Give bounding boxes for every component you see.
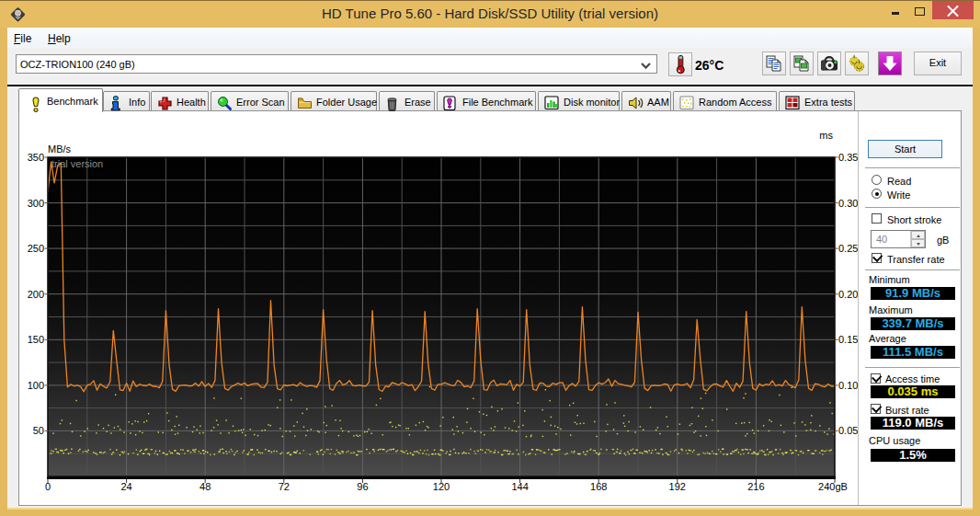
svg-text:0.20: 0.20 [838,289,858,300]
svg-text:240gB: 240gB [818,481,848,492]
svg-text:ms: ms [819,130,833,141]
svg-text:0.25: 0.25 [838,243,858,254]
svg-text:200: 200 [28,289,44,300]
svg-text:50: 50 [33,425,44,436]
svg-text:0.35: 0.35 [838,152,858,163]
svg-text:MB/s: MB/s [48,143,72,155]
svg-text:0.30: 0.30 [838,198,858,209]
svg-text:0.10: 0.10 [838,380,858,391]
svg-text:0.05: 0.05 [838,425,858,436]
svg-text:250: 250 [28,243,44,254]
svg-text:350: 350 [28,152,44,163]
svg-text:100: 100 [28,380,44,391]
svg-text:0.15: 0.15 [838,334,858,345]
svg-text:150: 150 [28,334,44,345]
svg-text:300: 300 [28,198,44,209]
